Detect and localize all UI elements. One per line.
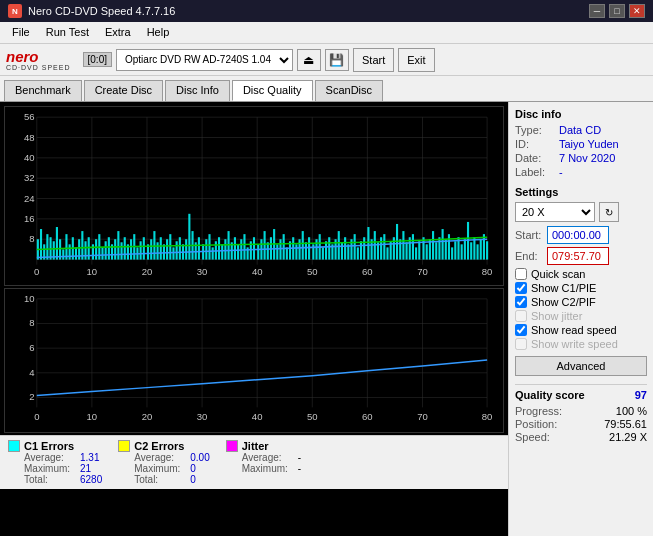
svg-rect-39	[56, 227, 58, 260]
svg-rect-54	[105, 241, 107, 259]
svg-text:8: 8	[29, 234, 34, 244]
svg-rect-70	[157, 242, 159, 259]
show-c1pie-row: Show C1/PIE	[515, 282, 647, 294]
svg-rect-127	[341, 242, 343, 259]
show-read-speed-row: Show read speed	[515, 324, 647, 336]
disc-info-label: Disc info	[515, 108, 647, 120]
speed-dropdown[interactable]: 20 X	[515, 202, 595, 222]
svg-rect-95	[237, 244, 239, 259]
svg-rect-157	[438, 237, 440, 259]
svg-rect-146	[402, 231, 404, 259]
svg-rect-60	[124, 237, 126, 259]
svg-rect-119	[315, 239, 317, 259]
c2-total-val: 0	[190, 474, 196, 485]
start-button[interactable]: Start	[353, 48, 394, 72]
id-value: Taiyo Yuden	[559, 138, 619, 150]
tab-disc-info[interactable]: Disc Info	[165, 80, 230, 101]
speed-label: Speed:	[515, 431, 550, 443]
svg-text:16: 16	[24, 214, 35, 224]
svg-rect-80	[188, 214, 190, 260]
show-read-speed-checkbox[interactable]	[515, 324, 527, 336]
quality-section: Quality score 97	[515, 384, 647, 401]
menu-bar: File Run Test Extra Help	[0, 22, 653, 44]
c1-total-val: 6280	[80, 474, 102, 485]
c1-total-label: Total:	[24, 474, 74, 485]
quality-score-label: Quality score	[515, 389, 585, 401]
show-c2pif-checkbox[interactable]	[515, 296, 527, 308]
svg-rect-159	[445, 239, 447, 259]
label-key: Label:	[515, 166, 555, 178]
svg-text:20: 20	[142, 412, 153, 422]
svg-text:70: 70	[417, 267, 428, 277]
menu-extra[interactable]: Extra	[97, 24, 139, 41]
svg-text:10: 10	[87, 412, 98, 422]
c1-avg-label: Average:	[24, 452, 74, 463]
svg-rect-103	[264, 231, 266, 259]
svg-rect-68	[150, 239, 152, 259]
svg-rect-77	[179, 237, 181, 259]
refresh-button[interactable]: ↻	[599, 202, 619, 222]
c2-avg-val: 0.00	[190, 452, 209, 463]
svg-text:30: 30	[197, 412, 208, 422]
show-write-speed-checkbox[interactable]	[515, 338, 527, 350]
svg-rect-36	[46, 234, 48, 259]
quick-scan-checkbox[interactable]	[515, 268, 527, 280]
svg-rect-83	[198, 237, 200, 259]
svg-rect-69	[153, 231, 155, 259]
svg-rect-114	[299, 239, 301, 259]
c2-title: C2 Errors	[134, 440, 184, 452]
tab-create-disc[interactable]: Create Disc	[84, 80, 163, 101]
svg-rect-57	[114, 239, 116, 259]
c1-avg-val: 1.31	[80, 452, 99, 463]
advanced-button[interactable]: Advanced	[515, 356, 647, 376]
menu-file[interactable]: File	[4, 24, 38, 41]
svg-rect-121	[322, 247, 324, 259]
quick-scan-row: Quick scan	[515, 268, 647, 280]
svg-text:10: 10	[87, 267, 98, 277]
tab-disc-quality[interactable]: Disc Quality	[232, 80, 313, 101]
maximize-button[interactable]: □	[609, 4, 625, 18]
svg-text:2: 2	[29, 393, 34, 403]
save-button[interactable]: 💾	[325, 49, 349, 71]
legend: C1 Errors Average: 1.31 Maximum: 21 Tota…	[0, 435, 508, 489]
menu-help[interactable]: Help	[139, 24, 178, 41]
svg-rect-133	[360, 241, 362, 259]
chart-area: 56 48 40 32 24 16 8 0 10 20 30 40 50 60	[0, 102, 508, 536]
disc-info-section: Disc info Type: Data CD ID: Taiyo Yuden …	[515, 108, 647, 178]
svg-rect-110	[286, 247, 288, 259]
svg-text:80: 80	[482, 412, 493, 422]
tab-benchmark[interactable]: Benchmark	[4, 80, 82, 101]
position-value: 79:55.61	[604, 418, 647, 430]
show-c1pie-checkbox[interactable]	[515, 282, 527, 294]
svg-rect-100	[253, 237, 255, 259]
svg-rect-164	[461, 244, 463, 259]
svg-rect-169	[477, 244, 479, 259]
legend-c2: C2 Errors Average: 0.00 Maximum: 0 Total…	[118, 440, 209, 485]
svg-rect-156	[435, 242, 437, 259]
show-write-speed-row: Show write speed	[515, 338, 647, 350]
chart-top-svg: 56 48 40 32 24 16 8 0 10 20 30 40 50 60	[5, 107, 503, 285]
menu-run-test[interactable]: Run Test	[38, 24, 97, 41]
svg-rect-149	[412, 234, 414, 259]
svg-text:40: 40	[252, 412, 263, 422]
c1-max-label: Maximum:	[24, 463, 74, 474]
legend-jitter: Jitter Average: - Maximum: -	[226, 440, 301, 485]
svg-rect-155	[432, 231, 434, 259]
eject-button[interactable]: ⏏	[297, 49, 321, 71]
svg-rect-150	[415, 247, 417, 259]
svg-rect-74	[169, 234, 171, 259]
svg-rect-135	[367, 227, 369, 260]
svg-rect-76	[176, 241, 178, 259]
drive-dropdown[interactable]: Optiarc DVD RW AD-7240S 1.04	[116, 49, 293, 71]
svg-rect-45	[75, 247, 77, 259]
title-text: Nero CD-DVD Speed 4.7.7.16	[28, 5, 175, 17]
svg-rect-41	[62, 249, 64, 259]
minimize-button[interactable]: ─	[589, 4, 605, 18]
tab-scan-disc[interactable]: ScanDisc	[315, 80, 383, 101]
progress-section: Progress: 100 % Position: 79:55.61 Speed…	[515, 405, 647, 443]
show-read-speed-label: Show read speed	[531, 324, 617, 336]
exit-button[interactable]: Exit	[398, 48, 434, 72]
close-button[interactable]: ✕	[629, 4, 645, 18]
show-jitter-checkbox[interactable]	[515, 310, 527, 322]
svg-rect-51	[95, 239, 97, 259]
